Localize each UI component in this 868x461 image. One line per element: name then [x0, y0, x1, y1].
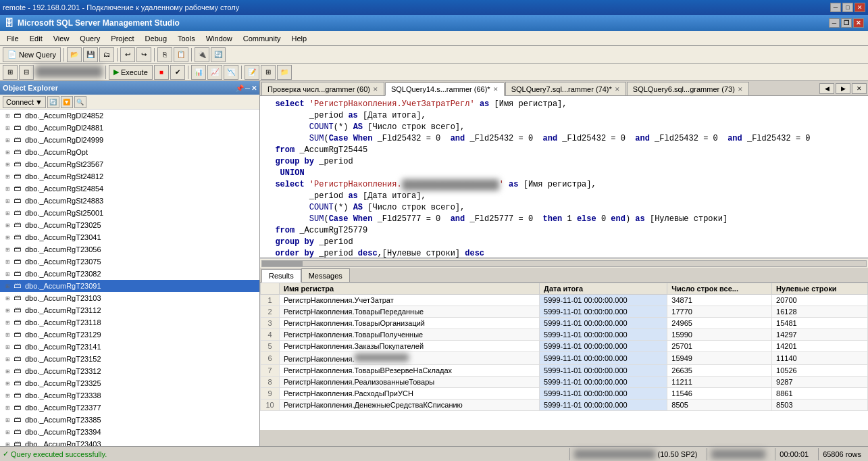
tab-scroll-right[interactable]: ▶ — [836, 83, 850, 94]
menu-help[interactable]: Help — [286, 32, 312, 45]
refresh-btn[interactable]: 🔄 — [211, 47, 226, 62]
tree-item-6[interactable]: ⊞ 🗃 dbo._AccumRgSt24854 — [0, 183, 259, 195]
redo-btn[interactable]: ↪ — [136, 47, 151, 62]
save-btn[interactable]: 💾 — [83, 47, 98, 62]
expand-icon-21: ⊞ — [5, 368, 12, 374]
tree-item-27[interactable]: ⊞ 🗃 dbo._AccumRgT23403 — [0, 438, 259, 446]
tab-0[interactable]: Проверка числ...grammer (60) ✕ — [261, 82, 384, 95]
editor-hscroll[interactable] — [260, 258, 868, 268]
toolbar2-btn1[interactable]: ⊞ — [3, 65, 18, 80]
tree-item-3[interactable]: ⊞ 🗃 dbo._AccumRgOpt — [0, 146, 259, 158]
results-to-grid-btn[interactable]: ⊞ — [261, 65, 276, 80]
tree-item-11[interactable]: ⊞ 🗃 dbo._AccumRgT23056 — [0, 243, 259, 256]
row-count: 17770 — [667, 306, 772, 318]
connect-button[interactable]: Connect ▼ — [3, 96, 46, 108]
tree-item-21[interactable]: ⊞ 🗃 dbo._AccumRgT23312 — [0, 365, 259, 377]
tree-item-1[interactable]: ⊞ 🗃 dbo._AccumRgDl24881 — [0, 122, 259, 134]
toolbar2-btn2[interactable]: ⊟ — [19, 65, 34, 80]
table-icon-17: 🗃 — [14, 318, 23, 327]
tree-item-16[interactable]: ⊞ 🗃 dbo._AccumRgT23112 — [0, 304, 259, 316]
undo-btn[interactable]: ↩ — [120, 47, 135, 62]
menu-project[interactable]: Project — [105, 32, 139, 45]
menu-edit[interactable]: Edit — [24, 32, 48, 45]
parse-btn[interactable]: ✔ — [170, 65, 185, 80]
tree-item-8[interactable]: ⊞ 🗃 dbo._AccumRgSt25001 — [0, 207, 259, 219]
tab-1[interactable]: SQLQuery14.s...rammer (66)* ✕ — [385, 82, 505, 96]
tree-item-0[interactable]: ⊞ 🗃 dbo._AccumRgDl24852 — [0, 110, 259, 122]
oe-filter-btn[interactable]: 🔽 — [61, 96, 73, 108]
tree-item-24[interactable]: ⊞ 🗃 dbo._AccumRgT23377 — [0, 402, 259, 414]
db-selector[interactable] — [35, 66, 103, 78]
app-minimize-btn[interactable]: ─ — [829, 18, 840, 28]
tree-item-23[interactable]: ⊞ 🗃 dbo._AccumRgT23338 — [0, 389, 259, 402]
oe-minimize-btn[interactable]: ─ — [245, 84, 250, 92]
query-editor[interactable]: select 'РегистрНакопления.УчетЗатратРегл… — [260, 96, 868, 258]
tree-item-label-19: dbo._AccumRgT23141 — [25, 343, 101, 351]
oe-pin-btn[interactable]: 📌 — [236, 84, 244, 92]
tree-item-label-9: dbo._AccumRgT23025 — [25, 221, 101, 229]
results-tab-messages[interactable]: Messages — [301, 268, 350, 282]
results-grid[interactable]: Имя регистра Дата итога Число строк все.… — [260, 283, 868, 430]
app-restore-btn[interactable]: ❐ — [841, 18, 852, 28]
close-btn[interactable]: ✕ — [854, 3, 865, 12]
tab-label-3: SQLQuery6.sql...grammer (73) — [633, 85, 735, 93]
oe-close-btn[interactable]: ✕ — [251, 84, 257, 92]
menu-tools[interactable]: Tools — [172, 32, 201, 45]
tree-item-5[interactable]: ⊞ 🗃 dbo._AccumRgSt24812 — [0, 170, 259, 183]
tree-item-14[interactable]: ⊞ 🗃 dbo._AccumRgT23091 — [0, 280, 259, 292]
menu-debug[interactable]: Debug — [140, 32, 172, 45]
execute-button[interactable]: ▶ Execute — [109, 65, 153, 80]
menu-query[interactable]: Query — [74, 32, 105, 45]
table-icon-10: 🗃 — [14, 233, 23, 242]
tree-item-25[interactable]: ⊞ 🗃 dbo._AccumRgT23385 — [0, 414, 259, 426]
tree-item-20[interactable]: ⊞ 🗃 dbo._AccumRgT23152 — [0, 353, 259, 365]
menu-window[interactable]: Window — [201, 32, 238, 45]
stop-btn[interactable]: ■ — [154, 65, 169, 80]
tree-item-19[interactable]: ⊞ 🗃 dbo._AccumRgT23141 — [0, 341, 259, 353]
menu-community[interactable]: Community — [238, 32, 286, 45]
tree-item-15[interactable]: ⊞ 🗃 dbo._AccumRgT23103 — [0, 292, 259, 304]
tree-item-label-16: dbo._AccumRgT23112 — [25, 306, 101, 314]
table-icon-4: 🗃 — [14, 160, 23, 169]
open-btn[interactable]: 📂 — [67, 47, 82, 62]
minimize-btn[interactable]: ─ — [830, 3, 841, 12]
tab-close-0[interactable]: ✕ — [373, 86, 378, 93]
row-date: 5999-11-01 00:00:00.000 — [540, 306, 667, 318]
copy-btn[interactable]: ⎘ — [157, 47, 172, 62]
tab-2[interactable]: SQLQuery7.sql...rammer (74)* ✕ — [505, 82, 626, 95]
tab-close-1[interactable]: ✕ — [493, 86, 499, 93]
tree-item-26[interactable]: ⊞ 🗃 dbo._AccumRgT23394 — [0, 426, 259, 438]
app-close-btn[interactable]: ✕ — [853, 18, 864, 28]
tree-item-4[interactable]: ⊞ 🗃 dbo._AccumRgSt23567 — [0, 158, 259, 170]
tree-item-18[interactable]: ⊞ 🗃 dbo._AccumRgT23129 — [0, 329, 259, 341]
new-query-button[interactable]: 📄 New Query — [3, 47, 61, 62]
tree-item-22[interactable]: ⊞ 🗃 dbo._AccumRgT23325 — [0, 377, 259, 389]
tree-item-7[interactable]: ⊞ 🗃 dbo._AccumRgSt24883 — [0, 195, 259, 207]
show-plan-btn[interactable]: 📈 — [207, 65, 222, 80]
paste-btn[interactable]: 📋 — [174, 47, 188, 62]
oe-search-btn[interactable]: 🔍 — [74, 96, 86, 108]
tree-item-13[interactable]: ⊞ 🗃 dbo._AccumRgT23082 — [0, 268, 259, 280]
tree-item-10[interactable]: ⊞ 🗃 dbo._AccumRgT23041 — [0, 231, 259, 243]
include-actual-btn[interactable]: 📊 — [191, 65, 206, 80]
tree-item-17[interactable]: ⊞ 🗃 dbo._AccumRgT23118 — [0, 316, 259, 329]
tree-item-12[interactable]: ⊞ 🗃 dbo._AccumRgT23075 — [0, 256, 259, 268]
menu-view[interactable]: View — [48, 32, 75, 45]
results-to-text-btn[interactable]: 📝 — [245, 65, 259, 80]
tab-scroll-left[interactable]: ◀ — [819, 83, 834, 94]
tab-close-3[interactable]: ✕ — [738, 86, 743, 93]
tree-item-9[interactable]: ⊞ 🗃 dbo._AccumRgT23025 — [0, 219, 259, 231]
tab-close-2[interactable]: ✕ — [615, 86, 620, 93]
tab-3[interactable]: SQLQuery6.sql...grammer (73) ✕ — [627, 82, 749, 95]
maximize-btn[interactable]: □ — [842, 3, 853, 12]
results-tab-results[interactable]: Results — [261, 269, 301, 283]
tree-item-2[interactable]: ⊞ 🗃 dbo._AccumRgDl24999 — [0, 134, 259, 146]
connect-db-btn[interactable]: 🔌 — [195, 47, 209, 62]
results-to-file-btn[interactable]: 📁 — [277, 65, 292, 80]
expand-icon-24: ⊞ — [5, 405, 12, 411]
tab-close-all[interactable]: ✕ — [852, 83, 867, 94]
client-stats-btn[interactable]: 📉 — [224, 65, 238, 80]
oe-refresh-btn[interactable]: 🔄 — [47, 96, 59, 108]
menu-file[interactable]: File — [1, 32, 24, 45]
save-all-btn[interactable]: 🗂 — [99, 47, 114, 62]
